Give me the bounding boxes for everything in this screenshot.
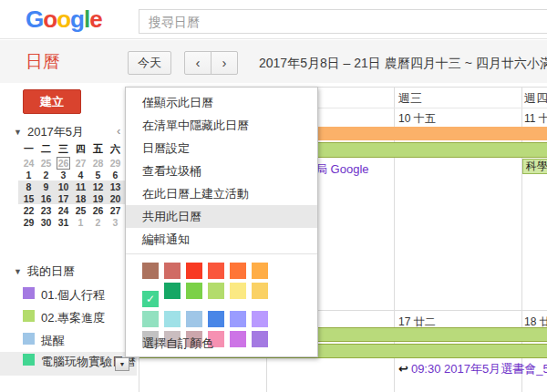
- mini-calendar-day[interactable]: 16: [37, 193, 55, 204]
- calendar-list-item[interactable]: 01.個人行程: [0, 285, 137, 307]
- calendar-color-swatch: [23, 287, 35, 299]
- color-swatch[interactable]: [252, 311, 268, 327]
- mini-calendar-day[interactable]: 3: [107, 217, 124, 228]
- today-button[interactable]: 今天: [128, 51, 171, 75]
- mini-calendar-day[interactable]: 3: [55, 170, 72, 181]
- day-header: 週四: [524, 90, 547, 107]
- mini-calendar-day[interactable]: 25: [72, 205, 89, 216]
- calendar-list-item[interactable]: 02.專案進度: [0, 308, 137, 330]
- mini-calendar-day[interactable]: 31: [55, 217, 72, 228]
- mini-calendar-day[interactable]: 23: [37, 205, 55, 216]
- menu-item[interactable]: 僅顯示此日曆: [126, 91, 317, 114]
- mini-calendar-weekday: 三: [55, 142, 72, 156]
- my-calendars-label: 我的日曆: [27, 264, 75, 278]
- color-swatch-selected[interactable]: ✓: [142, 291, 159, 307]
- event-title-tuesday[interactable]: 局 Google: [315, 161, 369, 178]
- color-swatch[interactable]: [164, 311, 181, 327]
- mini-calendar-day[interactable]: 25: [37, 158, 55, 169]
- mini-calendar-day[interactable]: 29: [107, 158, 124, 169]
- top-header: Google: [0, 0, 547, 39]
- calendar-color-swatch: [23, 333, 35, 345]
- mini-calendar-weekday: 二: [37, 142, 55, 156]
- mini-calendar-day[interactable]: 29: [20, 217, 37, 228]
- mini-calendar-day[interactable]: 20: [107, 193, 124, 204]
- mini-calendar-grid: 2425262728293012345678910111213141516171…: [20, 157, 141, 228]
- mini-calendar-day[interactable]: 1: [20, 170, 37, 181]
- color-swatch[interactable]: [164, 283, 181, 299]
- mini-calendar-weekday: 六: [107, 142, 124, 156]
- color-swatch[interactable]: [230, 263, 246, 279]
- mini-calendar-day[interactable]: 19: [89, 193, 107, 204]
- custom-color-option[interactable]: 選擇自訂顏色: [142, 335, 213, 352]
- calendar-options-dropdown-button[interactable]: ▼: [115, 357, 129, 371]
- mini-calendar-day[interactable]: 24: [20, 158, 37, 169]
- google-calendar-app: Google 日曆 今天 ‹ › 2017年5月8日 – 21日 農曆四月十三 …: [0, 0, 547, 392]
- mini-calendar-title[interactable]: ▼2017年5月: [14, 124, 84, 140]
- color-swatch[interactable]: [230, 331, 246, 347]
- color-swatch[interactable]: [186, 283, 202, 299]
- mini-calendar-day[interactable]: 30: [37, 217, 55, 228]
- search-input[interactable]: [139, 9, 547, 34]
- prev-period-button[interactable]: ‹: [184, 51, 212, 75]
- mini-calendar-day[interactable]: 6: [107, 170, 124, 181]
- color-swatch[interactable]: [252, 263, 268, 279]
- mini-calendar-day[interactable]: 10: [55, 181, 72, 192]
- color-swatch[interactable]: [186, 263, 202, 279]
- color-swatch[interactable]: [230, 283, 246, 299]
- color-swatch[interactable]: [208, 283, 224, 299]
- mini-calendar-day[interactable]: 22: [20, 205, 37, 216]
- calendar-label: 提醒: [41, 333, 65, 349]
- create-button[interactable]: 建立: [23, 89, 81, 114]
- mini-calendar-day[interactable]: 5: [89, 170, 107, 181]
- menu-item[interactable]: 在此日曆上建立活動: [126, 182, 317, 205]
- mini-calendar-day[interactable]: 4: [72, 170, 89, 181]
- color-swatch[interactable]: [252, 331, 268, 347]
- color-swatch[interactable]: [208, 263, 224, 279]
- mini-calendar-day[interactable]: 17: [55, 193, 72, 204]
- mini-calendar-day[interactable]: 9: [37, 181, 55, 192]
- color-swatch[interactable]: [186, 311, 202, 327]
- day-date-label[interactable]: 11 十六: [524, 111, 547, 127]
- menu-item[interactable]: 共用此日曆: [126, 205, 317, 228]
- event-box-thursday[interactable]: 科學: [522, 159, 547, 174]
- toolbar: 日曆 今天 ‹ › 2017年5月8日 – 21日 農曆四月十三 ~ 四月廿六小…: [0, 40, 547, 83]
- mini-calendar-day[interactable]: 11: [72, 181, 89, 192]
- color-swatch[interactable]: [252, 283, 268, 299]
- mini-calendar-day[interactable]: 2: [89, 217, 107, 228]
- logo-letter: o: [43, 5, 57, 33]
- mini-calendar-day[interactable]: 26: [89, 205, 107, 216]
- mini-calendar-weekday-row: 一二三四五六日: [20, 142, 141, 156]
- my-calendars-header[interactable]: ▼我的日曆: [14, 263, 75, 280]
- color-swatch[interactable]: [230, 311, 246, 327]
- event-title-wednesday[interactable]: ↩09:30 2017年5月選書會_5: [398, 361, 547, 377]
- mini-calendar-day[interactable]: 8: [20, 181, 37, 192]
- mini-calendar-day[interactable]: 26: [55, 158, 72, 169]
- app-title: 日曆: [26, 50, 60, 74]
- day-date-label[interactable]: 10 十五: [398, 111, 436, 127]
- color-swatch[interactable]: [142, 263, 159, 279]
- next-period-button[interactable]: ›: [211, 51, 238, 75]
- color-swatch[interactable]: [164, 263, 181, 279]
- menu-item[interactable]: 編輯通知: [126, 228, 317, 251]
- menu-item[interactable]: 查看垃圾桶: [126, 160, 317, 182]
- color-swatch[interactable]: [208, 311, 224, 327]
- mini-calendar-day[interactable]: 13: [107, 181, 124, 192]
- mini-calendar-day[interactable]: 12: [89, 181, 107, 192]
- color-swatch[interactable]: [142, 311, 159, 327]
- mini-calendar-day[interactable]: 2: [37, 170, 55, 181]
- mini-calendar-day[interactable]: 27: [72, 158, 89, 169]
- mini-calendar-weekday: 一: [20, 142, 37, 156]
- mini-calendar-weekday: 五: [89, 142, 107, 156]
- mini-calendar-week-row: 24252627282930: [20, 157, 141, 169]
- mini-calendar-day[interactable]: 24: [55, 205, 72, 216]
- mini-calendar-day[interactable]: 15: [20, 193, 37, 204]
- mini-calendar-prev-icon[interactable]: ‹: [117, 124, 120, 138]
- menu-item[interactable]: 在清單中隱藏此日曆: [126, 114, 317, 137]
- mini-calendar-day[interactable]: 28: [89, 158, 107, 169]
- menu-item[interactable]: 日曆設定: [126, 137, 317, 160]
- mini-calendar-day[interactable]: 18: [72, 193, 89, 204]
- calendar-list-item[interactable]: 提醒: [0, 331, 137, 353]
- mini-calendar-day[interactable]: 27: [107, 205, 124, 216]
- calendar-label: 01.個人行程: [41, 287, 105, 304]
- mini-calendar-day[interactable]: 1: [72, 217, 89, 228]
